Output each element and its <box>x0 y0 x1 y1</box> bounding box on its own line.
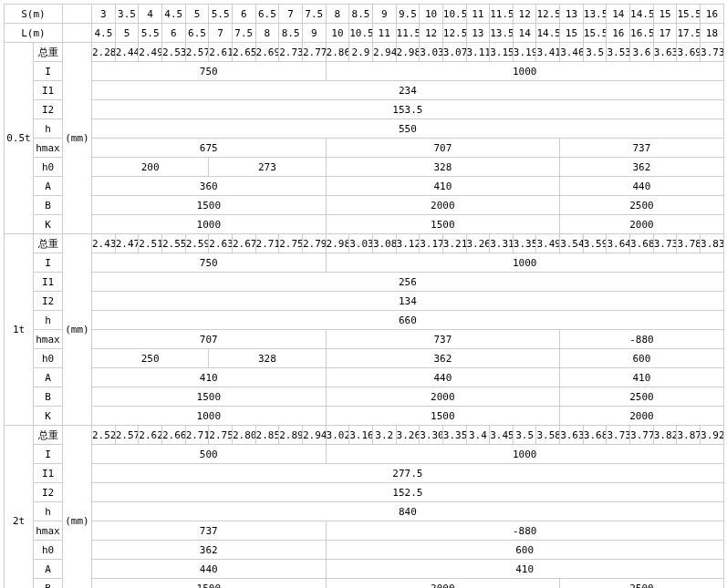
spec-table: S(m)33.544.555.566.577.588.599.51010.511… <box>4 4 724 588</box>
weight-value: 3.41 <box>536 43 560 62</box>
weight-value: 3.58 <box>536 426 560 445</box>
param-label: I <box>34 253 63 273</box>
l-value: 5.5 <box>139 24 162 43</box>
weight-value: 2.75 <box>279 234 303 253</box>
l-value: 15 <box>560 24 584 43</box>
weight-value: 2.65 <box>232 43 255 62</box>
s-value: 12 <box>513 5 536 24</box>
weight-value: 2.53 <box>161 43 185 62</box>
weight-value: 3.73 <box>701 43 724 62</box>
weight-value: 2.79 <box>302 234 326 253</box>
param-value: 1000 <box>326 62 723 81</box>
param-label: I <box>34 62 63 81</box>
weight-value: 2.47 <box>115 234 139 253</box>
param-value: 1500 <box>326 407 560 426</box>
weight-value: 3.82 <box>653 426 677 445</box>
group-name: 2t <box>5 426 34 589</box>
param-value: 2000 <box>560 407 724 426</box>
weight-value: 2.62 <box>139 426 162 445</box>
param-value: 328 <box>209 349 326 368</box>
param-value: 675 <box>92 139 327 158</box>
weight-value: 3.4 <box>466 426 490 445</box>
param-value: 2000 <box>560 215 724 234</box>
param-value: 410 <box>326 177 560 196</box>
param-value: 273 <box>209 158 326 177</box>
param-value: 2000 <box>326 579 560 589</box>
l-value: 5 <box>115 24 139 43</box>
param-label: I1 <box>34 273 63 292</box>
param-value: 1500 <box>92 579 327 589</box>
param-value: 500 <box>92 445 327 464</box>
s-value: 4 <box>139 5 162 24</box>
weight-value: 3.35 <box>513 234 536 253</box>
param-value: 1000 <box>326 445 723 464</box>
param-value: 134 <box>92 292 724 311</box>
param-value: 410 <box>92 368 327 387</box>
weight-value: 3.31 <box>490 234 514 253</box>
weight-value: 2.49 <box>139 43 162 62</box>
weight-value: 3.12 <box>396 234 420 253</box>
weight-label: 总重 <box>34 426 63 445</box>
l-value: 16 <box>607 24 630 43</box>
weight-value: 2.9 <box>349 43 373 62</box>
l-value: 11 <box>372 24 396 43</box>
param-value: 410 <box>326 560 723 579</box>
s-value: 10.5 <box>442 5 466 24</box>
weight-value: 3.5 <box>513 426 536 445</box>
weight-value: 3.77 <box>630 426 654 445</box>
weight-value: 2.73 <box>279 43 303 62</box>
weight-value: 2.67 <box>232 234 255 253</box>
param-label: h0 <box>34 541 63 560</box>
weight-value: 3.83 <box>701 234 724 253</box>
param-value: 250 <box>92 349 209 368</box>
unit-label: (mm) <box>63 43 92 234</box>
l-value: 12.5 <box>442 24 466 43</box>
l-value: 15.5 <box>583 24 607 43</box>
s-value: 14 <box>607 5 630 24</box>
weight-value: 3.03 <box>420 43 443 62</box>
param-value: 153.5 <box>92 100 724 119</box>
weight-value: 3.6 <box>630 43 654 62</box>
weight-value: 2.85 <box>255 426 279 445</box>
s-value: 9.5 <box>396 5 420 24</box>
param-value: 277.5 <box>92 464 724 483</box>
s-value: 6.5 <box>255 5 279 24</box>
weight-value: 3.19 <box>513 43 536 62</box>
param-label: hmax <box>34 521 63 541</box>
weight-value: 3.03 <box>349 234 373 253</box>
weight-value: 3.46 <box>560 43 584 62</box>
param-value: 152.5 <box>92 483 724 502</box>
weight-value: 3.08 <box>372 234 396 253</box>
param-value: 1500 <box>92 196 327 215</box>
l-value: 9 <box>302 24 326 43</box>
param-value: 1000 <box>326 253 723 273</box>
unit-label: (mm) <box>63 426 92 589</box>
param-value: 440 <box>326 368 560 387</box>
weight-value: 3.53 <box>607 43 630 62</box>
param-value: 750 <box>92 253 327 273</box>
weight-value: 2.86 <box>326 43 349 62</box>
weight-value: 2.52 <box>92 426 116 445</box>
weight-value: 3.11 <box>466 43 490 62</box>
weight-value: 3.17 <box>420 234 443 253</box>
param-value: 1500 <box>92 387 327 407</box>
param-value: 2000 <box>326 387 560 407</box>
l-value: 10 <box>326 24 349 43</box>
weight-value: 3.87 <box>677 426 701 445</box>
weight-label: 总重 <box>34 43 63 62</box>
s-value: 13 <box>560 5 584 24</box>
weight-value: 2.89 <box>279 426 303 445</box>
s-value: 8.5 <box>349 5 373 24</box>
param-value: 1500 <box>326 215 560 234</box>
l-value: 13 <box>466 24 490 43</box>
param-label: I2 <box>34 483 63 502</box>
s-value: 11.5 <box>490 5 514 24</box>
param-value: 362 <box>326 349 560 368</box>
param-value: 737 <box>326 330 560 349</box>
weight-value: 3.69 <box>677 43 701 62</box>
l-value: 7.5 <box>232 24 255 43</box>
weight-value: 3.78 <box>677 234 701 253</box>
param-label: I2 <box>34 100 63 119</box>
s-value: 12.5 <box>536 5 560 24</box>
l-value: 4.5 <box>92 24 116 43</box>
